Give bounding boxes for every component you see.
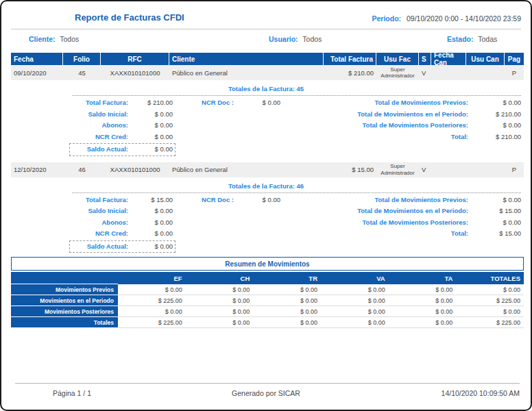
detail-left-column: Total Factura:$ 15.00 Saldo Inicial:$ 0.… [72,195,176,253]
filter-cliente-value: Todos [60,35,79,43]
filter-cliente-label: Cliente: [29,35,56,43]
detail-value: $ 15.00 [468,206,521,217]
summary-cell: $ 0.00 [321,295,389,306]
detail-value: $ 0.00 [468,217,521,229]
summary-col-tr: TR [253,272,321,284]
summary-row-label: Movimientos Previos [11,284,118,295]
detail-value: $ 0.00 [468,195,521,206]
invoice-row-45: 09/10/2020 45 XAXX010101000 Público en G… [11,65,524,80]
detail-label: Total Factura: [72,97,128,109]
summary-cell: $ 0.00 [118,284,186,295]
report-window: { "report": { "title": "Reporte de Factu… [0,0,532,411]
report-page: Reporte de Facturas CFDI Periodo: 09/10/… [1,1,531,328]
detail-value: $ 0.00 [128,109,173,121]
filter-cliente: Cliente: Todos [29,35,79,43]
cell-s: V [419,65,431,80]
summary-row-previos: Movimientos Previos $ 0.00 $ 0.00 $ 0.00… [11,284,524,295]
cell-rfc: XAXX010101000 [101,162,169,177]
summary-title: Resumen de Movimientos [11,257,524,271]
detail-value: $ 15.00 [128,195,173,206]
saldo-actual-box: Saldo Actual:$ 0.00 [69,143,176,156]
summary-col-ta: TA [389,272,457,284]
summary-cell: $ 0.00 [186,295,254,306]
col-header-folio: Folio [63,53,101,65]
detail-label: Total: [314,228,468,240]
invoice-table-header: Fecha Folio RFC Cliente Total Factura Us… [11,53,524,65]
cell-usu-can [466,162,505,177]
detail-value: $ 0.00 [128,144,173,155]
cell-s: V [419,162,431,177]
detail-value: $ 0.00 [128,206,173,217]
cell-fecha: 09/10/2020 [11,65,63,80]
summary-col-totales: TOTALES [456,272,524,284]
summary-cell: $ 0.00 [253,295,321,306]
summary-row-periodo: Movimientos en el Periodo $ 225.00 $ 0.0… [11,295,524,306]
filter-usuario-value: Todos [302,35,322,43]
summary-cell: $ 0.00 [186,306,254,317]
col-header-usu-fac: Usu Fac [376,53,419,65]
col-header-fecha: Fecha [11,53,63,65]
detail-label: Total: [314,132,468,143]
col-header-usu-can: Usu Can [466,53,505,65]
detail-label: Saldo Inicial: [72,206,128,217]
cell-total-factura: $ 210.00 [324,65,376,80]
detail-label: Total de Movimientos en el Periodo: [314,109,468,121]
summary-row-totales: Totales $ 225.00 $ 0.00 $ 0.00 $ 0.00 $ … [11,317,524,328]
detail-value: $ 0.00 [128,120,173,132]
summary-cell: $ 0.00 [389,317,457,328]
invoice-row-46: 12/10/2020 46 XAXX010101000 Público en G… [11,162,524,177]
detail-label: Abonos: [72,217,128,229]
cell-cliente: Público en General [169,65,324,80]
detail-value: $ 0.00 [234,195,280,206]
detail-label: NCR Doc : [176,97,234,109]
generated-timestamp: 14/10/2020 10:09:50 AM [442,389,520,397]
col-header-s: S [419,53,431,65]
summary-cell: $ 0.00 [321,284,389,295]
page-number: Página 1 / 1 [53,389,91,397]
cell-usu-can [466,65,505,80]
detail-label: Saldo Actual: [72,241,128,253]
filters-row: Cliente: Todos Usuario: Todos Estado: To… [11,29,521,47]
cell-pag: P [505,162,524,177]
summary-cell: $ 0.00 [186,284,254,295]
detail-label: Total Factura: [72,195,128,206]
detail-right-column: Total de Movimientos Previos:$ 0.00 Tota… [314,195,521,240]
cell-total-factura: $ 15.00 [324,162,376,177]
summary-row-label: Movimientos Posteriores [11,306,118,317]
summary-cell: $ 0.00 [321,317,389,328]
detail-label: Total de Movimientos Posteriores: [314,217,468,229]
cell-folio: 45 [63,65,101,80]
summary-cell: $ 0.00 [321,306,389,317]
detail-middle-column: NCR Doc :$ 0.00 [176,195,280,206]
col-header-total-factura: Total Factura [324,53,376,65]
cell-folio: 46 [63,162,101,177]
footer-divider [15,383,520,384]
detail-value: $ 210.00 [468,132,521,143]
summary-cell: $ 0.00 [456,284,524,295]
summary-cell: $ 0.00 [389,306,457,317]
detail-value: $ 0.00 [234,97,280,109]
summary-cell: $ 0.00 [118,306,186,317]
invoice-46-totals: Totales de la Factura: 46 Total Factura:… [11,182,521,253]
summary-row-label: Movimientos en el Periodo [11,295,118,306]
summary-header-row: EF CH TR VA TA TOTALES [11,272,524,284]
cell-usu-fac: Super Administrador [376,162,419,177]
dotted-divider [72,95,521,96]
filter-estado: Estado: Todas [447,35,497,43]
summary-header-empty [11,272,118,284]
detail-value: $ 0.00 [128,241,173,253]
col-header-cliente: Cliente [169,53,324,65]
filter-estado-value: Todas [478,35,497,43]
period: Periodo: 09/10/2020 0:00 - 14/10/2020 23… [372,14,522,23]
period-value: 09/10/2020 0:00 - 14/10/2020 23:59 [407,14,521,23]
summary-cell: $ 225.00 [118,295,186,306]
cell-cliente: Público en General [169,162,324,177]
report-footer: Generado por SICAR Página 1 / 1 14/10/20… [1,389,531,399]
summary-cell: $ 0.00 [186,317,254,328]
cell-usu-fac: Super Administrador [376,65,419,80]
detail-value: $ 15.00 [468,228,521,240]
summary-cell: $ 225.00 [456,317,524,328]
detail-right-column: Total de Movimientos Previos:$ 0.00 Tota… [314,97,521,142]
summary-col-ch: CH [186,272,254,284]
summary-cell: $ 0.00 [389,284,457,295]
